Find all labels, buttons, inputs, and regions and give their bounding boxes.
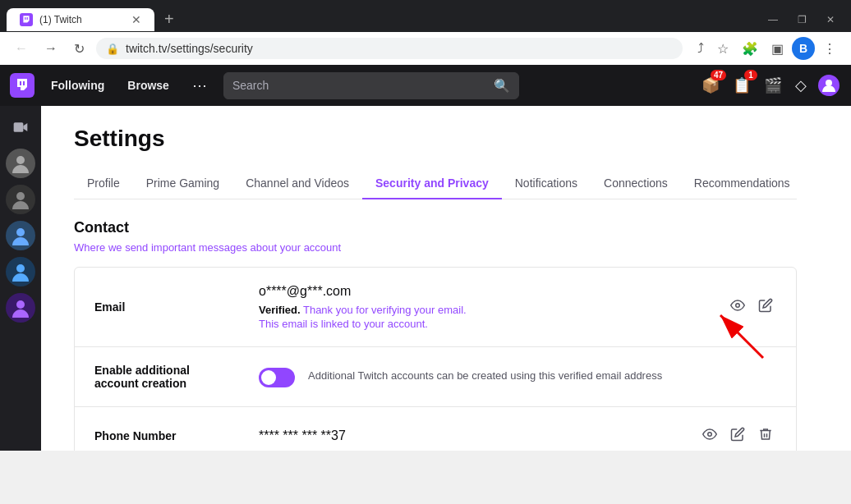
- toggle-container: Additional Twitch accounts can be create…: [259, 366, 776, 387]
- tab-connections[interactable]: Connections: [591, 168, 681, 199]
- twitch-app: Following Browse ⋯ 🔍 📦 47 📋 1 🎬 ◇: [0, 65, 851, 451]
- browser-profile-button[interactable]: B: [792, 37, 815, 60]
- sidebar-video-icon[interactable]: [6, 112, 35, 142]
- sidebar-avatar-2[interactable]: [6, 185, 35, 214]
- sidebar: [0, 106, 41, 451]
- svg-rect-1: [27, 17, 28, 20]
- back-button[interactable]: ←: [10, 38, 33, 59]
- linked-text: This email is linked to your account.: [259, 318, 727, 330]
- tab-notifications[interactable]: Notifications: [502, 168, 591, 199]
- browse-link[interactable]: Browse: [121, 76, 176, 95]
- phone-value: **** *** *** **37: [259, 428, 699, 443]
- account-creation-content: Additional Twitch accounts can be create…: [259, 366, 776, 387]
- verify-link[interactable]: Thank you for verifying your email.: [303, 304, 467, 316]
- toggle-description: Additional Twitch accounts can be create…: [308, 369, 776, 382]
- phone-row: Phone Number **** *** *** **37: [75, 407, 796, 451]
- email-content: o****@g***.com Verified. Thank you for v…: [259, 284, 727, 330]
- address-box[interactable]: 🔒 twitch.tv/settings/security: [96, 38, 683, 59]
- email-edit-button[interactable]: [755, 295, 776, 319]
- tab-favicon: [20, 13, 33, 26]
- phone-content: **** *** *** **37: [259, 428, 699, 443]
- tab-profile[interactable]: Profile: [74, 168, 133, 199]
- phone-view-button[interactable]: [699, 424, 720, 448]
- svg-rect-3: [23, 81, 25, 85]
- email-view-button[interactable]: [727, 295, 748, 319]
- svg-point-10: [16, 300, 25, 309]
- notifications-button[interactable]: 📦 47: [698, 73, 723, 98]
- following-link[interactable]: Following: [44, 76, 111, 95]
- extensions-icon[interactable]: 🧩: [737, 38, 763, 60]
- share-icon[interactable]: ⤴: [692, 38, 709, 59]
- email-value: o****@g***.com: [259, 284, 727, 299]
- svg-point-9: [16, 264, 25, 273]
- svg-rect-0: [25, 17, 25, 20]
- tab-bar: (1) Twitch ✕ + — ❐ ✕: [0, 0, 851, 32]
- toggle-info: Additional Twitch accounts can be create…: [308, 366, 776, 382]
- svg-point-6: [16, 156, 25, 164]
- contact-title: Contact: [74, 219, 797, 236]
- contact-section: Contact Where we send important messages…: [74, 219, 797, 451]
- email-actions: [727, 295, 776, 319]
- sidebar-avatar-3[interactable]: [6, 221, 35, 250]
- new-tab-button[interactable]: +: [158, 7, 181, 32]
- nav-icons: 📦 47 📋 1 🎬 ◇: [698, 73, 841, 98]
- svg-rect-2: [20, 81, 21, 85]
- maximize-button[interactable]: ❐: [788, 11, 816, 29]
- content-area: Settings Profile Prime Gaming Channel an…: [41, 106, 851, 451]
- main-layout: Settings Profile Prime Gaming Channel an…: [0, 106, 851, 451]
- phone-edit-button[interactable]: [727, 424, 748, 448]
- tab-security-privacy[interactable]: Security and Privacy: [362, 168, 502, 199]
- messages-button[interactable]: 📋 1: [729, 73, 754, 98]
- top-nav: Following Browse ⋯ 🔍 📦 47 📋 1 🎬 ◇: [0, 65, 851, 106]
- svg-point-7: [16, 192, 25, 200]
- twitch-logo[interactable]: [10, 73, 34, 98]
- email-row: Email o****@g***.com Verified. Thank you…: [75, 268, 796, 347]
- refresh-button[interactable]: ↻: [69, 38, 90, 60]
- account-creation-label: Enable additional account creation: [94, 364, 259, 390]
- nav-more-button[interactable]: ⋯: [186, 73, 214, 98]
- tab-title: (1) Twitch: [39, 14, 125, 25]
- bookmark-icon[interactable]: ☆: [712, 38, 734, 60]
- points-button[interactable]: ◇: [792, 73, 810, 98]
- user-avatar[interactable]: [816, 73, 841, 98]
- sidebar-avatar-1[interactable]: [6, 149, 35, 178]
- sidebar-avatar-5[interactable]: [6, 293, 35, 323]
- sidebar-avatar-4[interactable]: [6, 257, 35, 286]
- email-label: Email: [94, 300, 259, 314]
- forward-button[interactable]: →: [39, 38, 62, 59]
- minimize-button[interactable]: —: [758, 11, 788, 29]
- svg-point-4: [826, 80, 832, 86]
- browser-menu-icon[interactable]: ⋮: [818, 38, 841, 60]
- phone-label: Phone Number: [94, 429, 259, 442]
- tab-recommendations[interactable]: Recommendations: [681, 168, 803, 199]
- account-creation-row: Enable additional account creation: [75, 347, 796, 407]
- phone-delete-button[interactable]: [755, 424, 776, 448]
- active-tab[interactable]: (1) Twitch ✕: [7, 8, 154, 31]
- svg-point-11: [736, 304, 740, 308]
- account-creation-toggle[interactable]: [259, 368, 295, 387]
- browser-toolbar: ⤴ ☆ 🧩 ▣ B ⋮: [692, 37, 841, 60]
- activity-button[interactable]: 🎬: [761, 73, 785, 98]
- lock-icon: 🔒: [106, 43, 119, 55]
- tab-channel-videos[interactable]: Channel and Videos: [232, 168, 362, 199]
- avatar-image: [818, 75, 840, 96]
- url-text: twitch.tv/settings/security: [126, 42, 673, 55]
- verified-text: Verified. Thank you for verifying your e…: [259, 304, 727, 316]
- address-bar-row: ← → ↻ 🔒 twitch.tv/settings/security ⤴ ☆ …: [0, 32, 851, 65]
- tab-close-button[interactable]: ✕: [131, 13, 141, 26]
- window-controls: — ❐ ✕: [758, 11, 844, 29]
- svg-point-14: [708, 433, 712, 437]
- toggle-slider: [259, 368, 295, 387]
- contact-subtitle: Where we send important messages about y…: [74, 241, 797, 254]
- tab-prime-gaming[interactable]: Prime Gaming: [133, 168, 232, 199]
- verified-label: Verified.: [259, 304, 301, 316]
- search-icon[interactable]: 🔍: [494, 78, 510, 94]
- notifications-badge: 47: [711, 70, 726, 80]
- search-input[interactable]: [232, 79, 487, 92]
- search-bar[interactable]: 🔍: [223, 72, 519, 99]
- page-title: Settings: [74, 126, 797, 152]
- svg-point-8: [16, 228, 25, 236]
- contact-card: Email o****@g***.com Verified. Thank you…: [74, 267, 797, 451]
- close-button[interactable]: ✕: [816, 11, 844, 29]
- split-view-icon[interactable]: ▣: [766, 38, 789, 60]
